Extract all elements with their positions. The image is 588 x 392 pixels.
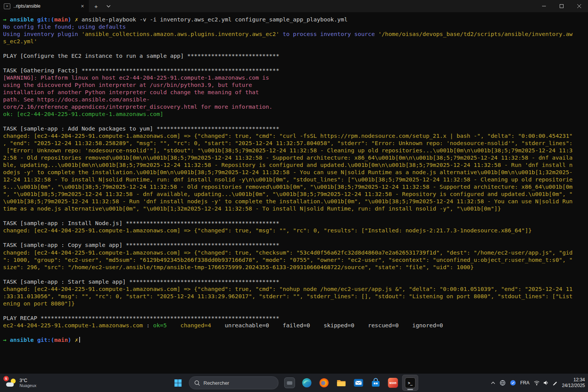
terminal-text-segment: git:( — [37, 336, 54, 343]
terminal-text-segment: TASK [sample-app : Start sample app] ***… — [3, 278, 279, 285]
terminal-text-segment: 2:58 - Old repositories removed\u001b[0m… — [3, 154, 573, 161]
terminal-text-segment: 'ansible_collections.amazon.aws.plugins.… — [82, 31, 279, 37]
file-explorer-icon — [336, 378, 346, 388]
pen-icon — [552, 380, 558, 385]
terminal-line: path. See https://docs.ansible.com/ansib… — [3, 96, 588, 103]
terminal-text-segment: , "end": "2025-12-24 11:32:58.258289", "… — [3, 140, 573, 146]
terminal-line — [3, 234, 588, 241]
windows-logo-icon — [174, 379, 181, 387]
terminal-text-segment: ) — [68, 16, 71, 23]
hidden-icons-button[interactable] — [491, 381, 495, 384]
terminal-text-segment: s...\u001b[0m", "\u001b[38;5;79m2025-12-… — [3, 183, 573, 190]
terminal-text-segment: TASK [sample-app : Add Node packages to … — [3, 125, 279, 132]
terminal-text-segment: → — [3, 16, 7, 23]
terminal-text-segment: git:( — [37, 16, 54, 23]
terminal-text-segment: TASK [Gathering Facts] *****************… — [3, 67, 279, 74]
terminal-line: → ansible git:(main) ✗ — [3, 336, 588, 343]
terminal-text-segment: PLAY RECAP *****************************… — [3, 315, 279, 321]
terminal-text-segment: changed=4 — [180, 322, 211, 328]
m365-icon: M365 — [388, 378, 398, 388]
terminal-line: → ansible git:(main) ✗ ansible-playbook … — [3, 16, 588, 23]
terminal-text-segment: :33:31.013056", "msg": "", "rc": 0, "sta… — [3, 293, 573, 299]
taskbar-center: Rechercher — [170, 374, 418, 392]
search-box[interactable]: Rechercher — [189, 376, 279, 389]
terminal-line: ening on port 8080"]} — [3, 300, 588, 307]
close-button[interactable] — [570, 0, 588, 12]
file-explorer-app-button[interactable] — [334, 375, 349, 390]
terminal-line: TASK [sample-app : Start sample app] ***… — [3, 278, 588, 285]
terminal-text-segment: to process inventory source — [279, 31, 378, 37]
terminal-text-segment: main — [54, 16, 68, 23]
terminal-line: :33:31.013056", "msg": "", "rc": 0, "sta… — [3, 292, 588, 300]
weather-widget[interactable]: 5 3°C Nuageux — [4, 374, 39, 392]
system-tray: FRA 12:34 24/12/2025 — [491, 374, 585, 392]
firefox-icon — [319, 378, 329, 388]
terminal-line — [3, 271, 588, 278]
language-switcher[interactable]: FRA — [520, 380, 529, 385]
taskview-app-button[interactable] — [282, 375, 297, 390]
terminal-line: s_ec2.yml' — [3, 38, 588, 45]
terminal-line: [WARNING]: Platform linux on host ec2-44… — [3, 74, 588, 81]
terminal-text-segment: changed: [ec2-44-204-225-91.compute-1.am… — [3, 227, 532, 234]
terminal-text-segment: ", "\u001b[38;5;79m2025-12-24 11:32:58 -… — [3, 191, 573, 197]
terminal-line: ["Error: Unknown repo: 'nodesource-nsoli… — [3, 147, 588, 154]
terminal-text-segment: using the discovered Python interpreter … — [3, 82, 252, 88]
tray-security-button[interactable] — [510, 380, 516, 386]
start-button[interactable] — [170, 375, 186, 390]
terminal-line: TASK [sample-app : Copy sample app] ****… — [3, 241, 588, 248]
terminal-line: using the discovered Python interpreter … — [3, 81, 588, 88]
window-controls — [535, 0, 588, 12]
outlook-app-button[interactable] — [351, 375, 366, 390]
terminal-line — [3, 45, 588, 52]
terminal-text-segment: size": 296, "src": "/home/ec2-user/.ansi… — [3, 264, 474, 270]
terminal-line: Using inventory plugin 'ansible_collecti… — [3, 30, 588, 38]
tray-sync-button[interactable] — [500, 380, 506, 386]
terminal-text-segment: unreachable=0 failed=0 skipped=0 rescued… — [211, 322, 443, 328]
edge-icon — [302, 378, 312, 388]
maximize-button[interactable] — [553, 0, 570, 12]
terminal-line: installation of another Python interpret… — [3, 88, 588, 96]
firefox-app-button[interactable] — [317, 375, 332, 390]
terminal-line: changed: [ec2-44-204-225-91.compute-1.am… — [3, 285, 588, 292]
weather-icon: 5 — [6, 378, 16, 388]
terminal-app-button[interactable]: >_ — [403, 375, 418, 390]
taskbar: 5 3°C Nuageux Rechercher — [0, 374, 588, 392]
terminal-text-segment: PLAY [Configure the EC2 instance to run … — [3, 52, 279, 59]
terminal-text-segment: ec2-44-204-225-91.compute-1.amazonaws.co… — [3, 322, 143, 328]
terminal-text-segment — [71, 16, 75, 23]
terminal-text-segment — [167, 322, 181, 328]
tab-close-icon[interactable]: ✕ — [79, 3, 86, 10]
weather-condition: Nuageux — [20, 383, 36, 388]
terminal-output[interactable]: → ansible git:(main) ✗ ansible-playbook … — [0, 12, 588, 374]
new-tab-button[interactable]: + — [91, 1, 101, 11]
quick-settings-button[interactable] — [534, 380, 558, 385]
m365-app-button[interactable]: M365 — [385, 375, 401, 390]
store-app-button[interactable] — [368, 375, 384, 390]
cloud-icon — [6, 382, 14, 387]
terminal-text-segment: ": 1000, "group": "ec2-user", "md5sum": … — [3, 256, 573, 263]
terminal-text-segment: '/home/oisas/devops_base/td2/scripts/ans… — [378, 31, 573, 37]
minimize-icon — [542, 4, 546, 8]
terminal-line: 12-24 11:32:58 - To install N|solid Runt… — [3, 176, 588, 183]
clock[interactable]: 12:34 24/12/2025 — [562, 377, 585, 389]
terminal-line: changed: [ec2-44-204-225-91.compute-1.am… — [3, 227, 588, 234]
terminal-line: time as a node.js alternative\u001b[0m",… — [3, 205, 588, 212]
terminal-text-segment: main — [54, 336, 68, 343]
terminal-line: core/2.16/reference_appendices/interpret… — [3, 103, 588, 110]
terminal-tab[interactable]: > ..ripts/ansible ✕ — [0, 0, 89, 12]
terminal-text-segment — [7, 336, 10, 343]
titlebar: > ..ripts/ansible ✕ + — [0, 0, 588, 12]
edge-app-button[interactable] — [299, 375, 315, 390]
weather-text: 3°C Nuageux — [20, 378, 36, 388]
notification-badge: 5 — [3, 376, 9, 381]
terminal-text-segment: 12-24 11:32:58 - To install N|solid Runt… — [3, 176, 573, 183]
terminal-line: PLAY RECAP *****************************… — [3, 314, 588, 322]
terminal-line: size": 296, "src": "/home/ec2-user/.ansi… — [3, 263, 588, 271]
terminal-text-segment: path. See https://docs.ansible.com/ansib… — [3, 96, 150, 103]
tab-dropdown-button[interactable] — [103, 1, 113, 11]
terminal-text-segment: ["Error: Unknown repo: 'nodesource-nsoli… — [3, 147, 573, 154]
terminal-text-segment: ✗ — [75, 336, 78, 343]
terminal-line: No config file found; using defaults — [3, 23, 588, 30]
minimize-button[interactable] — [535, 0, 553, 12]
terminal-text-segment: changed: [ec2-44-204-225-91.compute-1.am… — [3, 132, 573, 139]
